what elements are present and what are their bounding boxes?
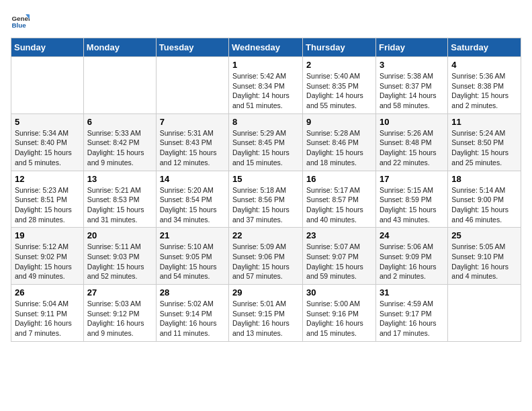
calendar-week-row: 5Sunrise: 5:34 AM Sunset: 8:40 PM Daylig… [11,113,521,171]
day-info: Sunrise: 5:28 AM Sunset: 8:46 PM Dayligh… [306,128,372,168]
calendar-cell: 28Sunrise: 5:02 AM Sunset: 9:14 PM Dayli… [156,285,228,342]
calendar-cell: 29Sunrise: 5:01 AM Sunset: 9:15 PM Dayli… [229,285,303,342]
day-number: 12 [15,174,80,184]
day-info: Sunrise: 5:33 AM Sunset: 8:42 PM Dayligh… [87,128,152,168]
day-number: 18 [451,174,517,184]
day-number: 3 [380,60,444,70]
calendar-cell: 1Sunrise: 5:42 AM Sunset: 8:34 PM Daylig… [229,57,303,114]
calendar-cell: 17Sunrise: 5:15 AM Sunset: 8:59 PM Dayli… [375,171,447,228]
calendar-cell: 12Sunrise: 5:23 AM Sunset: 8:51 PM Dayli… [11,171,84,228]
day-info: Sunrise: 5:11 AM Sunset: 9:03 PM Dayligh… [87,242,152,281]
day-info: Sunrise: 5:23 AM Sunset: 8:51 PM Dayligh… [15,185,80,225]
calendar-cell: 10Sunrise: 5:26 AM Sunset: 8:48 PM Dayli… [375,113,447,171]
day-info: Sunrise: 5:21 AM Sunset: 8:53 PM Dayligh… [87,185,152,225]
day-info: Sunrise: 5:10 AM Sunset: 9:05 PM Dayligh… [160,242,225,281]
calendar-cell: 30Sunrise: 5:00 AM Sunset: 9:16 PM Dayli… [303,285,376,342]
day-number: 28 [160,287,225,298]
calendar-week-row: 1Sunrise: 5:42 AM Sunset: 8:34 PM Daylig… [11,57,521,114]
calendar-week-row: 19Sunrise: 5:12 AM Sunset: 9:02 PM Dayli… [11,228,521,285]
day-info: Sunrise: 5:12 AM Sunset: 9:02 PM Dayligh… [15,242,80,281]
day-number: 25 [451,230,517,240]
day-number: 8 [232,117,299,127]
day-number: 26 [15,287,80,298]
day-info: Sunrise: 5:06 AM Sunset: 9:09 PM Dayligh… [380,242,444,281]
weekday-header: Monday [83,38,156,57]
day-number: 4 [451,60,517,70]
calendar-cell: 26Sunrise: 5:04 AM Sunset: 9:11 PM Dayli… [11,285,84,342]
calendar-cell: 16Sunrise: 5:17 AM Sunset: 8:57 PM Dayli… [303,171,376,228]
day-number: 20 [87,230,152,240]
day-number: 1 [232,60,299,70]
day-number: 27 [87,287,152,298]
day-number: 24 [380,230,444,240]
calendar-cell: 20Sunrise: 5:11 AM Sunset: 9:03 PM Dayli… [83,228,156,285]
day-number: 5 [15,117,80,127]
day-info: Sunrise: 5:42 AM Sunset: 8:34 PM Dayligh… [232,71,299,111]
day-info: Sunrise: 5:20 AM Sunset: 8:54 PM Dayligh… [160,185,225,225]
calendar-cell: 23Sunrise: 5:07 AM Sunset: 9:07 PM Dayli… [303,228,376,285]
day-number: 21 [160,230,225,240]
day-info: Sunrise: 5:36 AM Sunset: 8:38 PM Dayligh… [451,71,517,111]
calendar-cell: 9Sunrise: 5:28 AM Sunset: 8:46 PM Daylig… [303,113,376,171]
calendar-cell: 4Sunrise: 5:36 AM Sunset: 8:38 PM Daylig… [448,57,521,114]
logo-icon: General Blue [11,11,30,30]
calendar: SundayMondayTuesdayWednesdayThursdayFrid… [11,38,521,342]
page-header: General Blue [11,11,521,30]
weekday-header: Thursday [303,38,376,57]
day-number: 9 [306,117,372,127]
calendar-cell: 15Sunrise: 5:18 AM Sunset: 8:56 PM Dayli… [229,171,303,228]
day-info: Sunrise: 5:31 AM Sunset: 8:43 PM Dayligh… [160,128,225,168]
calendar-cell [156,57,228,114]
day-info: Sunrise: 5:09 AM Sunset: 9:06 PM Dayligh… [232,242,299,281]
day-number: 16 [306,174,372,184]
calendar-cell: 6Sunrise: 5:33 AM Sunset: 8:42 PM Daylig… [83,113,156,171]
weekday-header: Tuesday [156,38,228,57]
day-info: Sunrise: 5:01 AM Sunset: 9:15 PM Dayligh… [232,299,299,338]
day-number: 13 [87,174,152,184]
calendar-cell: 24Sunrise: 5:06 AM Sunset: 9:09 PM Dayli… [375,228,447,285]
day-number: 6 [87,117,152,127]
day-number: 11 [451,117,517,127]
calendar-cell: 2Sunrise: 5:40 AM Sunset: 8:35 PM Daylig… [303,57,376,114]
calendar-cell: 3Sunrise: 5:38 AM Sunset: 8:37 PM Daylig… [375,57,447,114]
day-number: 30 [306,287,372,298]
calendar-cell: 27Sunrise: 5:03 AM Sunset: 9:12 PM Dayli… [83,285,156,342]
day-info: Sunrise: 5:00 AM Sunset: 9:16 PM Dayligh… [306,299,372,338]
day-number: 23 [306,230,372,240]
day-number: 10 [380,117,444,127]
weekday-header: Saturday [448,38,521,57]
day-number: 14 [160,174,225,184]
calendar-cell: 25Sunrise: 5:05 AM Sunset: 9:10 PM Dayli… [448,228,521,285]
day-info: Sunrise: 5:07 AM Sunset: 9:07 PM Dayligh… [306,242,372,281]
day-info: Sunrise: 5:17 AM Sunset: 8:57 PM Dayligh… [306,185,372,225]
day-info: Sunrise: 4:59 AM Sunset: 9:17 PM Dayligh… [380,299,444,338]
day-number: 7 [160,117,225,127]
calendar-cell: 22Sunrise: 5:09 AM Sunset: 9:06 PM Dayli… [229,228,303,285]
day-info: Sunrise: 5:04 AM Sunset: 9:11 PM Dayligh… [15,299,80,338]
day-info: Sunrise: 5:26 AM Sunset: 8:48 PM Dayligh… [380,128,444,168]
calendar-cell [83,57,156,114]
day-number: 15 [232,174,299,184]
day-info: Sunrise: 5:40 AM Sunset: 8:35 PM Dayligh… [306,71,372,111]
calendar-cell: 7Sunrise: 5:31 AM Sunset: 8:43 PM Daylig… [156,113,228,171]
day-number: 17 [380,174,444,184]
calendar-cell: 5Sunrise: 5:34 AM Sunset: 8:40 PM Daylig… [11,113,84,171]
calendar-cell: 21Sunrise: 5:10 AM Sunset: 9:05 PM Dayli… [156,228,228,285]
day-info: Sunrise: 5:29 AM Sunset: 8:45 PM Dayligh… [232,128,299,168]
day-number: 31 [380,287,444,298]
day-number: 22 [232,230,299,240]
calendar-week-row: 12Sunrise: 5:23 AM Sunset: 8:51 PM Dayli… [11,171,521,228]
day-info: Sunrise: 5:02 AM Sunset: 9:14 PM Dayligh… [160,299,225,338]
weekday-header: Sunday [11,38,84,57]
day-info: Sunrise: 5:24 AM Sunset: 8:50 PM Dayligh… [451,128,517,168]
day-info: Sunrise: 5:38 AM Sunset: 8:37 PM Dayligh… [380,71,444,111]
calendar-week-row: 26Sunrise: 5:04 AM Sunset: 9:11 PM Dayli… [11,285,521,342]
day-info: Sunrise: 5:15 AM Sunset: 8:59 PM Dayligh… [380,185,444,225]
calendar-cell [448,285,521,342]
day-info: Sunrise: 5:05 AM Sunset: 9:10 PM Dayligh… [451,242,517,281]
day-info: Sunrise: 5:14 AM Sunset: 9:00 PM Dayligh… [451,185,517,225]
day-info: Sunrise: 5:34 AM Sunset: 8:40 PM Dayligh… [15,128,80,168]
svg-text:Blue: Blue [11,21,26,29]
calendar-header-row: SundayMondayTuesdayWednesdayThursdayFrid… [11,38,521,57]
calendar-cell: 31Sunrise: 4:59 AM Sunset: 9:17 PM Dayli… [375,285,447,342]
